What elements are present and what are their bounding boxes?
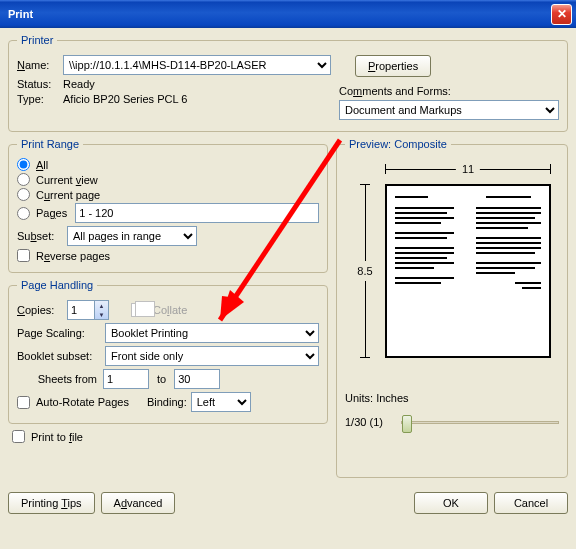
slider-thumb[interactable] [402,415,412,433]
radio-current-view[interactable]: Current view [17,173,319,186]
binding-label: Binding: [147,396,187,408]
type-label: Type: [17,93,63,105]
printer-group: Printer Name: \\ipp://10.1.1.4\MHS-D114-… [8,34,568,132]
sheets-from-input[interactable] [103,369,149,389]
type-value: Aficio BP20 Series PCL 6 [63,93,187,105]
page-slider[interactable] [401,421,559,424]
printer-name-select[interactable]: \\ipp://10.1.1.4\MHS-D114-BP20-LASER [63,55,331,75]
copies-input[interactable] [68,301,94,319]
print-range-group: Print Range All Current view Current pag… [8,138,328,273]
print-to-file-check[interactable]: Print to file [12,430,328,443]
status-label: Status: [17,78,63,90]
titlebar: Print ✕ [0,0,576,28]
cancel-button[interactable]: Cancel [494,492,568,514]
booklet-subset-select[interactable]: Front side only [105,346,319,366]
preview-legend: Preview: Composite [345,138,451,150]
booklet-subset-label: Booklet subset: [17,350,105,362]
copies-label: Copies: [17,304,67,316]
units-row: Units: Inches [345,392,559,404]
window-title: Print [8,8,33,20]
printer-legend: Printer [17,34,57,46]
radio-all[interactable]: All [17,158,319,171]
handling-legend: Page Handling [17,279,97,291]
sheets-to-input[interactable] [174,369,220,389]
dialog-body: Printer Name: \\ipp://10.1.1.4\MHS-D114-… [0,28,576,522]
printing-tips-button[interactable]: Printing Tips [8,492,95,514]
radio-current-page[interactable]: Current page [17,188,319,201]
sheets-from-label: Sheets from [17,373,103,385]
range-legend: Print Range [17,138,83,150]
dimension-width: 11 [385,162,551,176]
sheets-to-label: to [149,373,174,385]
pages-input[interactable] [75,203,319,223]
scaling-label: Page Scaling: [17,327,105,339]
subset-select[interactable]: All pages in range [67,226,197,246]
reverse-pages-check[interactable]: Reverse pages [17,249,319,262]
status-value: Ready [63,78,95,90]
binding-select[interactable]: Left [191,392,251,412]
page-handling-group: Page Handling Copies: ▲▼ Collate Page Sc… [8,279,328,424]
progress-label: 1/30 (1) [345,416,383,428]
name-label: Name: [17,59,63,71]
preview-group: Preview: Composite 11 8.5 [336,138,568,478]
advanced-button[interactable]: Advanced [101,492,176,514]
spin-up-icon[interactable]: ▲ [95,301,108,310]
close-icon[interactable]: ✕ [551,4,572,25]
preview-box: 11 8.5 [345,156,559,386]
ok-button[interactable]: OK [414,492,488,514]
properties-button[interactable]: Properties [355,55,431,77]
copies-spinner[interactable]: ▲▼ [67,300,109,320]
comments-select[interactable]: Document and Markups [339,100,559,120]
collate-icon [131,303,149,317]
comments-label: Comments and Forms: [339,85,451,97]
radio-pages[interactable]: Pages [17,207,67,220]
subset-label: Subset: [17,230,67,242]
collate-label: Collate [153,304,187,316]
spin-down-icon[interactable]: ▼ [95,310,108,319]
page-preview [385,184,551,358]
auto-rotate-check[interactable]: Auto-Rotate Pages [17,396,129,409]
page-scaling-select[interactable]: Booklet Printing [105,323,319,343]
dimension-height: 8.5 [353,184,377,358]
